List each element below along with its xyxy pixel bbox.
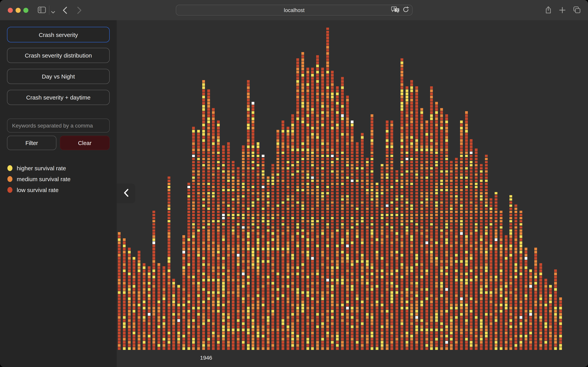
crash-square xyxy=(118,273,121,275)
crash-square xyxy=(148,297,150,300)
clear-button[interactable]: Clear xyxy=(60,136,110,150)
crash-square xyxy=(292,173,294,176)
translate-icon[interactable]: A 文 xyxy=(391,6,400,15)
crash-square xyxy=(376,297,378,300)
crash-square xyxy=(217,341,220,343)
crash-square xyxy=(247,186,250,188)
crash-square xyxy=(202,335,205,337)
crash-square xyxy=(292,229,294,232)
crash-square xyxy=(361,297,364,300)
chevron-down-icon[interactable] xyxy=(51,8,55,16)
crash-square xyxy=(321,307,324,309)
crash-square xyxy=(386,183,388,185)
crash-square xyxy=(336,304,339,306)
crash-square xyxy=(252,155,254,157)
crash-square xyxy=(455,328,458,331)
crash-square xyxy=(296,111,299,114)
crash-square xyxy=(460,133,463,135)
crash-square xyxy=(153,248,155,250)
crash-square xyxy=(490,229,493,232)
crash-square xyxy=(430,291,433,294)
crash-square xyxy=(282,300,284,303)
crash-square xyxy=(133,310,135,312)
crash-square xyxy=(212,226,215,229)
address-bar[interactable]: localhost A 文 xyxy=(176,5,413,16)
crash-square xyxy=(415,285,418,287)
crash-square xyxy=(371,167,374,170)
crash-square xyxy=(371,139,374,142)
crash-square xyxy=(158,304,160,306)
crash-square xyxy=(430,257,433,260)
crash-square xyxy=(405,332,408,334)
crash-square xyxy=(386,176,388,179)
crash-square xyxy=(153,310,155,312)
nav-button-crash-severity[interactable]: Crash serverity xyxy=(7,27,110,42)
filter-button[interactable]: Filter xyxy=(7,136,56,150)
crash-square xyxy=(415,201,418,204)
crash-square xyxy=(207,217,210,219)
new-tab-icon[interactable] xyxy=(559,7,565,15)
crash-square xyxy=(202,273,205,275)
crash-square xyxy=(401,71,403,74)
zoom-button[interactable] xyxy=(23,8,28,13)
crash-square xyxy=(331,347,334,350)
chart-column xyxy=(292,114,294,350)
crash-square xyxy=(286,319,289,322)
crash-square xyxy=(445,223,448,225)
reload-icon[interactable] xyxy=(403,6,409,14)
crash-square xyxy=(534,276,537,278)
crash-square xyxy=(282,276,284,278)
crash-square xyxy=(331,294,334,297)
nav-button-day-vs-night[interactable]: Day vs Night xyxy=(7,69,110,84)
crash-square xyxy=(520,294,522,297)
tab-overview-icon[interactable] xyxy=(573,6,581,15)
crash-square xyxy=(321,288,324,291)
crash-square xyxy=(395,328,398,331)
crash-square xyxy=(247,332,250,334)
nav-button-crash-severity-distribution[interactable]: Crash severity distribution xyxy=(7,48,110,63)
crash-square xyxy=(123,270,126,272)
nav-button-crash-severity-daytime[interactable]: Crash severity + daytime xyxy=(7,90,110,105)
sidebar: Crash serverity Crash severity distribut… xyxy=(0,20,117,367)
crash-square xyxy=(371,239,374,241)
sidebar-toggle-button[interactable] xyxy=(38,7,46,15)
crash-square xyxy=(405,307,408,309)
minimize-button[interactable] xyxy=(15,8,20,13)
crash-square xyxy=(401,105,403,108)
crash-square xyxy=(480,316,483,319)
crash-square xyxy=(395,300,398,303)
crash-square xyxy=(455,180,458,182)
crash-square xyxy=(282,267,284,269)
back-button[interactable] xyxy=(63,7,67,16)
crash-square xyxy=(391,285,393,287)
crash-square xyxy=(212,263,215,266)
crash-square xyxy=(376,294,378,297)
crash-square xyxy=(227,158,230,160)
sidebar-collapse-button[interactable] xyxy=(117,184,135,203)
share-icon[interactable] xyxy=(545,6,551,16)
crash-square xyxy=(153,242,155,244)
crash-square xyxy=(306,263,309,266)
crash-square xyxy=(301,245,304,247)
crash-square xyxy=(172,285,175,287)
crash-square xyxy=(316,105,319,108)
crash-square xyxy=(277,136,279,139)
crash-square xyxy=(405,279,408,282)
crash-square xyxy=(485,347,487,350)
crash-square xyxy=(346,226,349,229)
keywords-input[interactable] xyxy=(7,119,110,133)
crash-square xyxy=(485,180,487,182)
close-button[interactable] xyxy=(8,8,13,13)
crash-square xyxy=(272,322,274,325)
crash-square xyxy=(376,282,378,284)
crash-square xyxy=(143,344,145,347)
crash-square xyxy=(207,92,210,95)
crash-square xyxy=(356,198,359,200)
crash-square xyxy=(182,316,185,319)
crash-square xyxy=(321,195,324,198)
crash-square xyxy=(197,136,200,139)
forward-button[interactable] xyxy=(77,7,82,16)
crash-square xyxy=(187,214,190,216)
crash-square xyxy=(445,192,448,194)
crash-square xyxy=(252,170,254,173)
